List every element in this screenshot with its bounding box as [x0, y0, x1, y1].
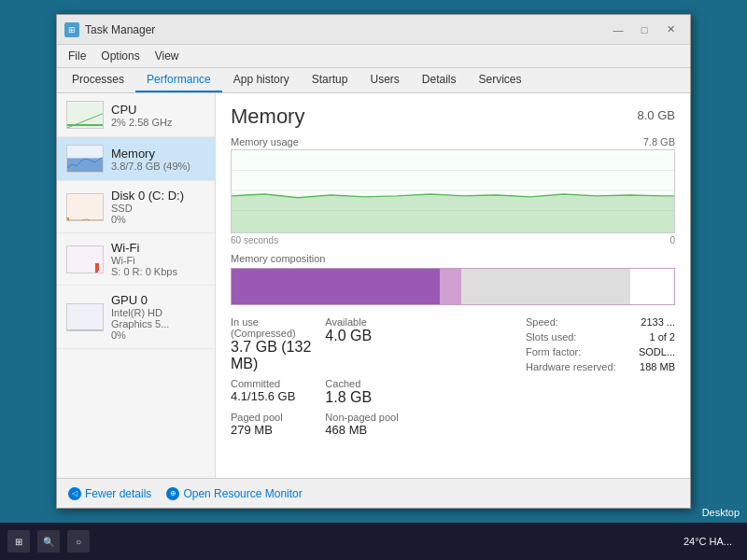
sidebar-item-cpu[interactable]: CPU 2% 2.58 GHz	[57, 93, 215, 137]
menu-options[interactable]: Options	[93, 47, 147, 65]
window-title: Task Manager	[85, 23, 606, 36]
gpu-info: GPU 0 Intel(R) HD Graphics 5... 0%	[111, 293, 205, 341]
taskbar: ⊞ 🔍 ○ 24°C HA... Desktop	[0, 523, 747, 560]
taskbar-temp: 24°C HA...	[684, 536, 732, 547]
committed-value: 4.1/15.6 GB	[231, 389, 314, 403]
cpu-info: CPU 2% 2.58 GHz	[111, 103, 172, 128]
memory-title: Memory	[231, 105, 304, 129]
paged-pool-label: Paged pool	[231, 412, 314, 423]
sidebar-item-wifi[interactable]: Wi-Fi Wi-Fi S: 0 R: 0 Kbps	[57, 233, 215, 286]
wifi-thumbnail	[66, 245, 104, 273]
tab-users[interactable]: Users	[359, 68, 410, 92]
sidebar-item-disk[interactable]: Disk 0 (C: D:) SSD 0%	[57, 181, 215, 233]
stats-left: In use (Compressed) 3.7 GB (132 MB) Avai…	[231, 305, 503, 437]
slots-label: Slots used:	[526, 331, 576, 343]
tab-app-history[interactable]: App history	[222, 68, 301, 92]
tab-processes[interactable]: Processes	[61, 68, 135, 92]
chart-max-label: 7.8 GB	[643, 136, 675, 147]
gpu-sub2: 0%	[111, 329, 205, 341]
in-use-label: In use (Compressed)	[231, 316, 314, 339]
taskbar-icons: ⊞ 🔍 ○	[7, 530, 90, 553]
tab-details[interactable]: Details	[411, 68, 468, 92]
resource-monitor-label: Open Resource Monitor	[183, 487, 302, 500]
comp-in-use	[232, 269, 440, 304]
fewer-details-button[interactable]: ◁ Fewer details	[68, 487, 151, 500]
form-label: Form factor:	[526, 346, 581, 357]
open-resource-monitor-button[interactable]: ⊕ Open Resource Monitor	[166, 487, 302, 500]
time-left-label: 60 seconds	[231, 235, 278, 245]
window-controls: — □ ✕	[606, 21, 683, 39]
stats-grid: In use (Compressed) 3.7 GB (132 MB) Avai…	[231, 316, 503, 437]
panel-title: Memory	[231, 105, 304, 129]
taskbar-cortana[interactable]: ○	[67, 530, 90, 553]
disk-info: Disk 0 (C: D:) SSD 0%	[111, 189, 184, 225]
start-button[interactable]: ⊞	[7, 530, 30, 553]
disk-sub1: SSD	[111, 203, 184, 214]
paged-pool-stat: Paged pool 279 MB	[231, 412, 314, 437]
wifi-sub1: Wi-Fi	[111, 255, 177, 266]
sidebar: CPU 2% 2.58 GHz Memory 3.8/7.8 GB (49%)	[57, 93, 216, 478]
task-manager-window: ⊞ Task Manager — □ ✕ File Options View P…	[56, 14, 691, 509]
form-value: SODL...	[639, 346, 675, 357]
maximize-button[interactable]: □	[632, 21, 656, 39]
wifi-label: Wi-Fi	[111, 241, 177, 255]
comp-modified	[440, 269, 462, 304]
cpu-thumbnail	[66, 101, 104, 129]
available-value: 4.0 GB	[325, 328, 408, 344]
svg-rect-1	[95, 263, 98, 273]
minimize-button[interactable]: —	[606, 21, 630, 39]
paged-pool-value: 279 MB	[231, 423, 314, 437]
committed-stat: Committed 4.1/15.6 GB	[231, 378, 314, 406]
memory-info: Memory 3.8/7.8 GB (49%)	[111, 147, 190, 172]
chart-label-row: Memory usage 7.8 GB	[231, 136, 675, 147]
memory-thumbnail	[66, 145, 104, 173]
panel-header: Memory 8.0 GB	[231, 105, 675, 129]
cpu-sub: 2% 2.58 GHz	[111, 117, 172, 128]
speed-row: Speed: 2133 ...	[526, 316, 675, 328]
menu-file[interactable]: File	[61, 47, 93, 65]
memory-usage-chart	[231, 149, 675, 233]
wifi-info: Wi-Fi Wi-Fi S: 0 R: 0 Kbps	[111, 241, 177, 277]
close-button[interactable]: ✕	[658, 21, 683, 39]
reserved-label: Hardware reserved:	[526, 361, 616, 372]
non-paged-pool-stat: Non-paged pool 468 MB	[325, 412, 408, 437]
app-icon: ⊞	[64, 22, 79, 37]
disk-thumbnail	[66, 193, 104, 221]
available-stat: Available 4.0 GB	[325, 316, 408, 372]
comp-standby	[461, 269, 629, 304]
composition-bar	[231, 268, 675, 305]
desktop-label: Desktop	[702, 507, 740, 518]
tab-performance[interactable]: Performance	[135, 68, 222, 92]
memory-label: Memory	[111, 147, 190, 161]
composition-label: Memory composition	[231, 253, 675, 264]
svg-marker-5	[232, 194, 674, 232]
sidebar-item-gpu[interactable]: GPU 0 Intel(R) HD Graphics 5... 0%	[57, 286, 215, 349]
gpu-sub1: Intel(R) HD Graphics 5...	[111, 307, 205, 329]
slots-value: 1 of 2	[649, 331, 675, 343]
disk-label: Disk 0 (C: D:)	[111, 189, 184, 203]
menu-bar: File Options View	[57, 45, 690, 68]
in-use-value: 3.7 GB (132 MB)	[231, 339, 314, 372]
taskbar-search[interactable]: 🔍	[37, 530, 60, 553]
gpu-thumbnail	[66, 303, 104, 331]
stats-right: Speed: 2133 ... Slots used: 1 of 2 Form …	[526, 305, 675, 437]
in-use-stat: In use (Compressed) 3.7 GB (132 MB)	[231, 316, 314, 372]
memory-total: 8.0 GB	[638, 108, 675, 122]
svg-rect-0	[67, 159, 104, 173]
non-paged-pool-label: Non-paged pool	[325, 412, 408, 423]
menu-view[interactable]: View	[148, 47, 187, 65]
cached-label: Cached	[325, 378, 408, 389]
time-right-label: 0	[669, 235, 675, 245]
chart-time-labels: 60 seconds 0	[231, 235, 675, 245]
reserved-value: 188 MB	[640, 361, 675, 372]
resource-monitor-icon: ⊕	[166, 487, 179, 500]
committed-label: Committed	[231, 378, 314, 389]
tab-startup[interactable]: Startup	[301, 68, 359, 92]
form-row: Form factor: SODL...	[526, 346, 675, 357]
tab-services[interactable]: Services	[468, 68, 533, 92]
main-panel: Memory 8.0 GB Memory usage 7.8 GB	[216, 93, 690, 478]
sidebar-item-memory[interactable]: Memory 3.8/7.8 GB (49%)	[57, 137, 215, 181]
content-area: CPU 2% 2.58 GHz Memory 3.8/7.8 GB (49%)	[57, 93, 690, 478]
available-label: Available	[325, 316, 408, 328]
stats-section: In use (Compressed) 3.7 GB (132 MB) Avai…	[231, 305, 675, 437]
